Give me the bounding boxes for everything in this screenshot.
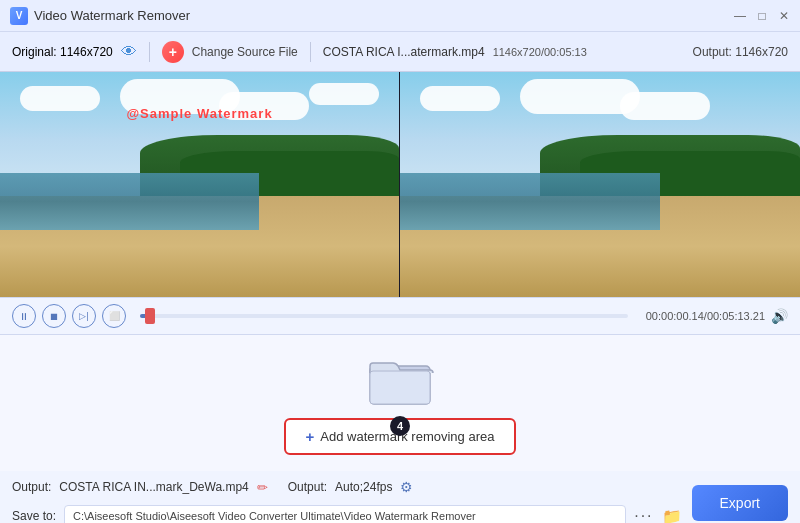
folder-icon [365,351,435,406]
stop-button[interactable]: ⏹ [42,304,66,328]
bottom-left: Output: COSTA RICA IN...mark_DeWa.mp4 ✏ … [12,479,682,523]
volume-icon[interactable]: 🔊 [771,308,788,324]
output2-value: Auto;24fps [335,480,392,494]
stop-icon: ⏹ [49,311,59,322]
save-path-row: Save to: ··· 📁 [12,505,682,523]
frame-forward-button[interactable]: ▷| [72,304,96,328]
export-section: Export [692,479,788,523]
output-row: Output: COSTA RICA IN...mark_DeWa.mp4 ✏ … [12,479,682,495]
beach-scene-right [400,72,800,297]
frame-forward-icon: ▷| [79,311,88,321]
separator2 [310,42,311,62]
settings-icon[interactable]: ⚙ [400,479,413,495]
beach-scene-left: @Sample Watermark [0,72,399,297]
watermark-text: @Sample Watermark [126,106,272,121]
timeline-track[interactable] [140,314,628,318]
add-source-button[interactable]: + [162,41,184,63]
add-area-button-container: 4 + Add watermark removing area [284,418,517,455]
app-title: Video Watermark Remover [34,8,190,23]
eye-icon[interactable]: 👁 [121,43,137,61]
bottom-bar: Output: COSTA RICA IN...mark_DeWa.mp4 ✏ … [0,471,800,523]
original-video-panel: @Sample Watermark [0,72,400,297]
save-path-input[interactable] [64,505,626,523]
fileinfo-label: 1146x720/00:05:13 [493,46,587,58]
cloud4 [309,83,379,105]
svg-rect-1 [370,371,430,404]
pause-icon: ⏸ [19,311,29,322]
water-right [400,173,660,229]
edit-output-icon[interactable]: ✏ [257,480,268,495]
clip-icon: ⬜ [109,311,120,321]
cloud1-right [420,86,500,111]
watermark-removal-panel: 4 + Add watermark removing area [0,335,800,471]
output-label: Output: [12,480,51,494]
title-bar: V Video Watermark Remover — □ ✕ [0,0,800,32]
toolbar: Original: 1146x720 👁 + Change Source Fil… [0,32,800,72]
export-button[interactable]: Export [692,485,788,521]
water [0,173,259,229]
time-display: 00:00:00.14/00:05:13.21 [646,310,765,322]
separator [149,42,150,62]
more-options-icon[interactable]: ··· [634,507,653,523]
watermark-placeholder: 4 + Add watermark removing area [284,351,517,455]
filename-label: COSTA RICA I...atermark.mp4 [323,45,485,59]
open-folder-icon[interactable]: 📁 [662,507,682,524]
app-icon: V [10,7,28,25]
cloud1 [20,86,100,111]
change-source-button[interactable]: Change Source File [192,45,298,59]
cloud3-right [620,92,710,120]
original-size-label: Original: 1146x720 [12,45,113,59]
pause-button[interactable]: ⏸ [12,304,36,328]
maximize-button[interactable]: □ [754,8,770,24]
app-icon-letter: V [16,10,23,21]
output-filename: COSTA RICA IN...mark_DeWa.mp4 [59,480,248,494]
plus-icon: + [306,428,315,445]
video-area: @Sample Watermark [0,72,800,297]
close-button[interactable]: ✕ [776,8,792,24]
clip-button[interactable]: ⬜ [102,304,126,328]
playback-bar: ⏸ ⏹ ▷| ⬜ 00:00:00.14/00:05:13.21 🔊 [0,297,800,335]
step-badge: 4 [390,416,410,436]
window-controls: — □ ✕ [732,8,792,24]
save-label: Save to: [12,509,56,523]
output-video-panel [400,72,800,297]
timeline-thumb[interactable] [145,308,155,324]
minimize-button[interactable]: — [732,8,748,24]
output2-label: Output: [288,480,327,494]
output-size-label: Output: 1146x720 [693,45,788,59]
